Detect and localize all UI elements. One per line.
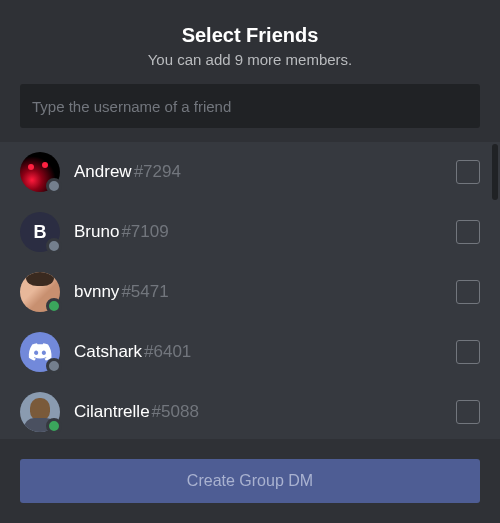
friend-username: Catshark xyxy=(74,342,142,362)
header: Select Friends You can add 9 more member… xyxy=(0,0,500,84)
friend-discriminator: #5088 xyxy=(152,402,199,422)
friend-username: Bruno xyxy=(74,222,119,242)
status-offline-icon xyxy=(46,178,62,194)
select-checkbox[interactable] xyxy=(456,340,480,364)
friend-discriminator: #6401 xyxy=(144,342,191,362)
scrollbar[interactable] xyxy=(492,144,498,200)
select-checkbox[interactable] xyxy=(456,400,480,424)
status-offline-icon xyxy=(46,238,62,254)
friend-discriminator: #7109 xyxy=(121,222,168,242)
page-title: Select Friends xyxy=(0,24,500,47)
search-input[interactable] xyxy=(20,84,480,128)
select-checkbox[interactable] xyxy=(456,280,480,304)
friend-username: Cilantrelle xyxy=(74,402,150,422)
status-offline-icon xyxy=(46,358,62,374)
avatar: B xyxy=(20,212,60,252)
friend-row[interactable]: B Bruno #7109 xyxy=(0,202,500,262)
footer: Create Group DM xyxy=(0,439,500,523)
friend-list: Andrew #7294 B Bruno #7109 bvnny #5471 xyxy=(0,142,500,442)
select-checkbox[interactable] xyxy=(456,160,480,184)
search-container xyxy=(0,84,500,128)
status-online-icon xyxy=(46,298,62,314)
friend-label: Cilantrelle #5088 xyxy=(74,402,456,422)
select-checkbox[interactable] xyxy=(456,220,480,244)
page-subtitle: You can add 9 more members. xyxy=(0,51,500,68)
status-online-icon xyxy=(46,418,62,434)
discord-logo-icon xyxy=(28,343,52,361)
friend-label: Bruno #7109 xyxy=(74,222,456,242)
avatar xyxy=(20,392,60,432)
friend-discriminator: #7294 xyxy=(134,162,181,182)
friend-label: Andrew #7294 xyxy=(74,162,456,182)
friend-row[interactable]: Andrew #7294 xyxy=(0,142,500,202)
friend-row[interactable]: Cilantrelle #5088 xyxy=(0,382,500,442)
friend-label: bvnny #5471 xyxy=(74,282,456,302)
friend-username: bvnny xyxy=(74,282,119,302)
friend-username: Andrew xyxy=(74,162,132,182)
avatar xyxy=(20,332,60,372)
friend-row[interactable]: bvnny #5471 xyxy=(0,262,500,322)
avatar xyxy=(20,272,60,312)
create-group-dm-button[interactable]: Create Group DM xyxy=(20,459,480,503)
friend-discriminator: #5471 xyxy=(121,282,168,302)
avatar xyxy=(20,152,60,192)
friend-row[interactable]: Catshark #6401 xyxy=(0,322,500,382)
friend-label: Catshark #6401 xyxy=(74,342,456,362)
